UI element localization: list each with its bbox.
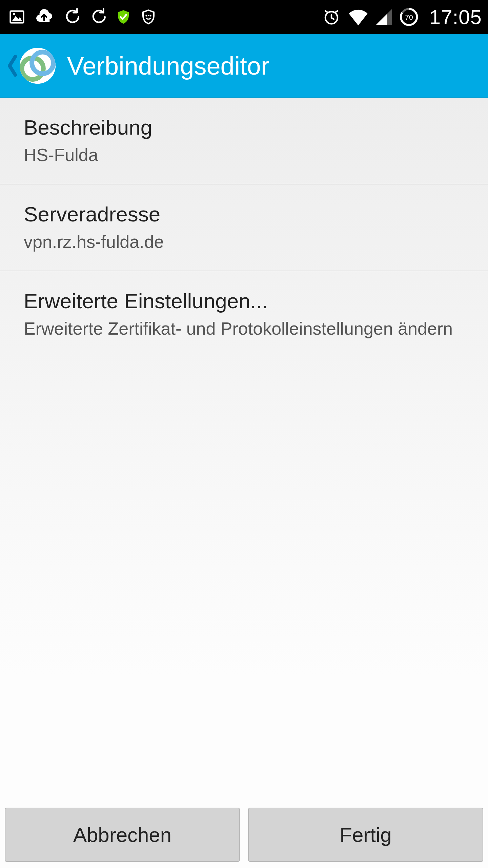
status-right-icons: 70 17:05 bbox=[322, 5, 482, 29]
item-server-address[interactable]: Serveradresse vpn.rz.hs-fulda.de bbox=[0, 184, 488, 271]
battery-indicator-icon: 70 bbox=[400, 7, 419, 26]
cloud-upload-icon bbox=[35, 7, 54, 26]
status-clock: 17:05 bbox=[429, 5, 482, 29]
svg-point-4 bbox=[149, 15, 151, 16]
svg-point-3 bbox=[145, 15, 147, 16]
cellular-signal-icon bbox=[376, 9, 392, 25]
done-button[interactable]: Fertig bbox=[248, 808, 483, 862]
back-button[interactable] bbox=[6, 54, 18, 78]
svg-point-5 bbox=[148, 15, 149, 16]
item-subtitle: vpn.rz.hs-fulda.de bbox=[24, 231, 466, 253]
content-area: Beschreibung HS-Fulda Serveradresse vpn.… bbox=[0, 98, 488, 868]
image-notification-icon bbox=[8, 8, 26, 26]
item-title: Erweiterte Einstellungen... bbox=[24, 289, 466, 313]
item-description[interactable]: Beschreibung HS-Fulda bbox=[0, 98, 488, 184]
wifi-icon bbox=[348, 8, 368, 26]
sync-icon-2 bbox=[89, 8, 106, 26]
alarm-icon bbox=[322, 8, 341, 26]
button-bar: Abbrechen Fertig bbox=[5, 808, 483, 862]
item-advanced-settings[interactable]: Erweiterte Einstellungen... Erweiterte Z… bbox=[0, 271, 488, 357]
item-subtitle: HS-Fulda bbox=[24, 144, 466, 166]
shield-check-icon bbox=[115, 9, 131, 25]
item-title: Beschreibung bbox=[24, 115, 466, 139]
battery-percent-text: 70 bbox=[405, 13, 413, 21]
cancel-button[interactable]: Abbrechen bbox=[5, 808, 240, 862]
svg-marker-1 bbox=[12, 16, 22, 21]
action-bar: Verbindungseditor bbox=[0, 34, 488, 98]
sync-icon bbox=[62, 8, 80, 26]
app-logo-icon[interactable] bbox=[20, 48, 56, 84]
svg-point-2 bbox=[13, 13, 15, 15]
status-bar: 70 17:05 bbox=[0, 0, 488, 34]
item-title: Serveradresse bbox=[24, 202, 466, 226]
page-title: Verbindungseditor bbox=[67, 52, 269, 80]
item-subtitle: Erweiterte Zertifikat- und Protokolleins… bbox=[24, 318, 466, 340]
status-left-icons bbox=[8, 7, 157, 26]
shield-face-icon bbox=[140, 9, 157, 25]
